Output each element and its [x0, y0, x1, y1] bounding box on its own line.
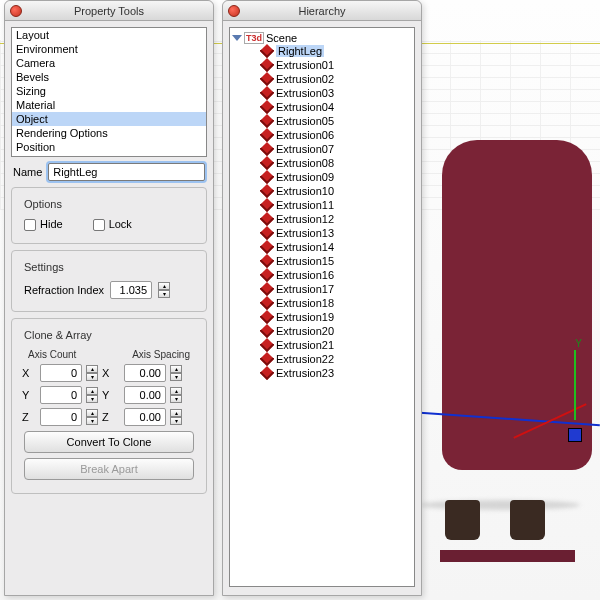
- tree-item[interactable]: Extrusion01: [232, 58, 412, 72]
- disclosure-triangle-icon[interactable]: [232, 35, 242, 41]
- tree-item[interactable]: Extrusion17: [232, 282, 412, 296]
- tree-item[interactable]: Extrusion20: [232, 324, 412, 338]
- scene-object-base[interactable]: [440, 550, 575, 562]
- property-tools-titlebar[interactable]: Property Tools: [5, 1, 213, 21]
- category-item[interactable]: Material: [12, 98, 206, 112]
- category-item[interactable]: Layout: [12, 28, 206, 42]
- axis-spacing-stepper-Y[interactable]: ▴▾: [170, 387, 182, 403]
- settings-title: Settings: [20, 261, 68, 273]
- object-icon: [260, 198, 274, 212]
- tree-item-label: Extrusion19: [276, 311, 334, 323]
- tree-item[interactable]: Extrusion02: [232, 72, 412, 86]
- close-icon[interactable]: [228, 5, 240, 17]
- tree-item[interactable]: Extrusion11: [232, 198, 412, 212]
- gizmo-y-label: Y: [575, 338, 582, 349]
- refraction-stepper[interactable]: ▴▾: [158, 282, 170, 298]
- tree-item[interactable]: Extrusion14: [232, 240, 412, 254]
- axis-label2-Z: Z: [102, 411, 120, 423]
- gizmo-handle[interactable]: [568, 428, 582, 442]
- axis-label-Z: Z: [22, 411, 36, 423]
- tree-item-label: Extrusion17: [276, 283, 334, 295]
- object-icon: [260, 296, 274, 310]
- category-item[interactable]: Scale: [12, 154, 206, 157]
- tree-item-label: Extrusion16: [276, 269, 334, 281]
- axis-label2-X: X: [102, 367, 120, 379]
- object-icon: [260, 282, 274, 296]
- object-icon: [260, 114, 274, 128]
- tree-item[interactable]: Extrusion15: [232, 254, 412, 268]
- options-title: Options: [20, 198, 66, 210]
- category-list[interactable]: LayoutEnvironmentCameraBevelsSizingMater…: [11, 27, 207, 157]
- axis-spacing-Z[interactable]: [124, 408, 166, 426]
- category-item[interactable]: Environment: [12, 42, 206, 56]
- tree-item[interactable]: RightLeg: [232, 44, 412, 58]
- object-icon: [260, 170, 274, 184]
- settings-fieldset: Settings Refraction Index ▴▾: [11, 250, 207, 312]
- tree-item[interactable]: Extrusion07: [232, 142, 412, 156]
- tree-item[interactable]: Extrusion18: [232, 296, 412, 310]
- axis-count-stepper-Z[interactable]: ▴▾: [86, 409, 98, 425]
- axis-count-Z[interactable]: [40, 408, 82, 426]
- object-icon: [260, 86, 274, 100]
- tree-item[interactable]: Extrusion19: [232, 310, 412, 324]
- tree-item[interactable]: Extrusion04: [232, 100, 412, 114]
- tree-item[interactable]: Extrusion05: [232, 114, 412, 128]
- tree-item-label: Extrusion02: [276, 73, 334, 85]
- axis-spacing-stepper-Z[interactable]: ▴▾: [170, 409, 182, 425]
- break-apart-button[interactable]: Break Apart: [24, 458, 194, 480]
- convert-to-clone-button[interactable]: Convert To Clone: [24, 431, 194, 453]
- tree-item-label: Extrusion01: [276, 59, 334, 71]
- axis-count-X[interactable]: [40, 364, 82, 382]
- refraction-input[interactable]: [110, 281, 152, 299]
- tree-item[interactable]: Extrusion16: [232, 268, 412, 282]
- category-item[interactable]: Rendering Options: [12, 126, 206, 140]
- tree-item[interactable]: Extrusion09: [232, 170, 412, 184]
- hide-checkbox[interactable]: Hide: [24, 218, 63, 231]
- axis-count-Y[interactable]: [40, 386, 82, 404]
- object-icon: [260, 338, 274, 352]
- object-icon: [260, 142, 274, 156]
- axis-count-stepper-X[interactable]: ▴▾: [86, 365, 98, 381]
- hierarchy-panel: Hierarchy T3d Scene RightLegExtrusion01E…: [222, 0, 422, 596]
- tree-item[interactable]: Extrusion21: [232, 338, 412, 352]
- tree-item-label: Extrusion20: [276, 325, 334, 337]
- object-icon: [260, 72, 274, 86]
- category-item[interactable]: Object: [12, 112, 206, 126]
- hierarchy-titlebar[interactable]: Hierarchy: [223, 1, 421, 21]
- lock-checkbox[interactable]: Lock: [93, 218, 132, 231]
- tree-item[interactable]: Extrusion08: [232, 156, 412, 170]
- tree-item[interactable]: Extrusion13: [232, 226, 412, 240]
- gizmo-y-axis[interactable]: [574, 350, 576, 420]
- axis-spacing-Y[interactable]: [124, 386, 166, 404]
- clone-array-title: Clone & Array: [20, 329, 96, 341]
- tree-item[interactable]: Extrusion10: [232, 184, 412, 198]
- object-icon: [260, 212, 274, 226]
- object-icon: [260, 324, 274, 338]
- tree-item-label: Extrusion11: [276, 199, 334, 211]
- tree-root[interactable]: T3d Scene: [232, 32, 412, 44]
- scene-object-leg-left[interactable]: [445, 500, 480, 540]
- scene-object-leg-right[interactable]: [510, 500, 545, 540]
- tree-item[interactable]: Extrusion23: [232, 366, 412, 380]
- axis-spacing-X[interactable]: [124, 364, 166, 382]
- category-item[interactable]: Bevels: [12, 70, 206, 84]
- axis-spacing-stepper-X[interactable]: ▴▾: [170, 365, 182, 381]
- hierarchy-tree[interactable]: T3d Scene RightLegExtrusion01Extrusion02…: [229, 27, 415, 587]
- category-item[interactable]: Sizing: [12, 84, 206, 98]
- name-input[interactable]: [48, 163, 205, 181]
- object-icon: [260, 128, 274, 142]
- tree-item-label: Extrusion21: [276, 339, 334, 351]
- tree-item[interactable]: Extrusion12: [232, 212, 412, 226]
- object-icon: [260, 100, 274, 114]
- tree-root-label: Scene: [266, 32, 297, 44]
- category-item[interactable]: Camera: [12, 56, 206, 70]
- tree-item[interactable]: Extrusion22: [232, 352, 412, 366]
- tree-item-label: Extrusion12: [276, 213, 334, 225]
- tree-item[interactable]: Extrusion03: [232, 86, 412, 100]
- object-icon: [260, 366, 274, 380]
- tree-item[interactable]: Extrusion06: [232, 128, 412, 142]
- close-icon[interactable]: [10, 5, 22, 17]
- axis-count-stepper-Y[interactable]: ▴▾: [86, 387, 98, 403]
- object-shadow: [420, 500, 580, 510]
- category-item[interactable]: Position: [12, 140, 206, 154]
